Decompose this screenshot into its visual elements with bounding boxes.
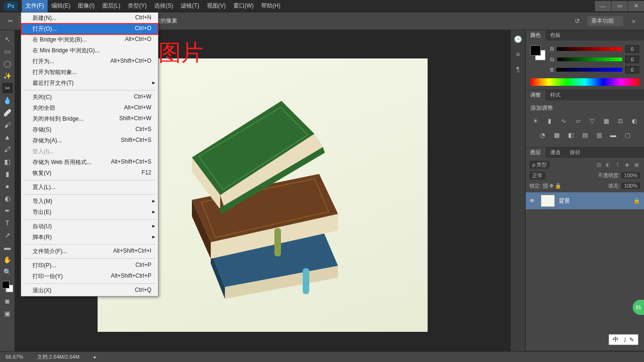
green-badge[interactable]: 65	[633, 300, 644, 315]
ime-bar[interactable]: 中 ☽ ✎	[609, 334, 638, 345]
gradient-tool-icon[interactable]: ▮	[2, 169, 13, 179]
history-panel-icon[interactable]: 🕓	[513, 34, 523, 44]
history-brush-tool-icon[interactable]: 🖍	[2, 144, 13, 155]
file-menu-item[interactable]: 在 Bridge 中浏览(B)...Alt+Ctrl+O	[21, 34, 158, 45]
vibrance-icon[interactable]: ▽	[587, 116, 597, 125]
file-menu-item[interactable]: 打开(O)...Ctrl+O	[21, 24, 158, 34]
menu-7[interactable]: 视图(V)	[203, 0, 230, 12]
shape-tool-icon[interactable]: ▬	[2, 242, 13, 253]
file-menu-item[interactable]: 导出(E)▸	[21, 207, 158, 218]
layer-filter-dropdown[interactable]: ρ 类型	[529, 161, 550, 169]
r-slider[interactable]	[557, 47, 622, 51]
screenmode-icon[interactable]: ▣	[2, 308, 13, 319]
menu-6[interactable]: 滤镜(T)	[177, 0, 203, 12]
brush-tool-icon[interactable]: 🖌	[2, 120, 13, 130]
menu-2[interactable]: 图像(I)	[74, 0, 98, 12]
file-menu-item[interactable]: 最近打开文件(T)▸	[21, 78, 158, 89]
curves-icon[interactable]: ∿	[559, 116, 569, 125]
layers-tab[interactable]: 图层	[526, 148, 545, 158]
menu-9[interactable]: 帮助(H)	[257, 0, 284, 12]
photofilter-icon[interactable]: ◔	[538, 130, 547, 140]
maximize-button[interactable]: ▭	[611, 1, 627, 11]
spectrum-bar[interactable]	[530, 78, 639, 86]
threshold-icon[interactable]: ▥	[594, 130, 604, 140]
mixer-icon[interactable]: ▩	[552, 130, 561, 140]
styles-tab[interactable]: 样式	[545, 90, 565, 100]
file-menu-item[interactable]: 打开为智能对象...	[21, 67, 158, 78]
eyedropper-tool-icon[interactable]: 💧	[2, 95, 13, 106]
menu-1[interactable]: 编辑(E)	[48, 0, 74, 12]
file-menu-item[interactable]: 导入(M)▸	[21, 196, 158, 207]
filter-adjust-icon[interactable]: ◐	[604, 161, 612, 169]
file-menu-item[interactable]: 关闭全部Alt+Ctrl+W	[21, 103, 158, 114]
dodge-tool-icon[interactable]: ◐	[2, 193, 13, 204]
close-button[interactable]: ✕	[628, 1, 644, 11]
move-tool-icon[interactable]: ↖	[2, 34, 13, 44]
path-select-tool-icon[interactable]: ↗	[2, 230, 13, 240]
character-panel-icon[interactable]: ¶	[513, 64, 523, 74]
lasso-tool-icon[interactable]: ◯	[2, 58, 13, 69]
file-menu-item[interactable]: 文件简介(F)...Alt+Shift+Ctrl+I	[21, 246, 158, 257]
file-menu-item[interactable]: 打印一份(Y)Alt+Shift+Ctrl+P	[21, 271, 158, 282]
filter-type-icon[interactable]: T	[614, 161, 621, 169]
zoom-tool-icon[interactable]: 🔍	[2, 267, 13, 277]
levels-icon[interactable]: ▮	[545, 116, 554, 125]
menu-8[interactable]: 窗口(W)	[230, 0, 257, 12]
lock-pixel-icon[interactable]: ▦	[543, 183, 548, 189]
status-arrow-icon[interactable]: ▸	[94, 354, 97, 360]
file-menu-item[interactable]: 脚本(R)▸	[21, 232, 158, 243]
channels-tab[interactable]: 通道	[545, 148, 565, 158]
swatches-tab[interactable]: 色板	[545, 30, 565, 41]
minimize-button[interactable]: —	[595, 1, 611, 11]
menu-3[interactable]: 图层(L)	[99, 0, 124, 12]
opacity-value[interactable]: 100%	[621, 172, 640, 179]
g-value[interactable]: 0	[625, 56, 639, 63]
fill-value[interactable]: 100%	[621, 182, 640, 189]
menu-0[interactable]: 文件(F)	[22, 0, 48, 12]
healing-tool-icon[interactable]: 🩹	[2, 107, 13, 118]
layer-row[interactable]: 👁 背景 🔒	[526, 192, 644, 209]
pen-tool-icon[interactable]: ✒	[2, 206, 13, 216]
file-menu-item[interactable]: 恢复(V)F12	[21, 168, 158, 179]
invert-icon[interactable]: ◧	[566, 130, 576, 140]
balance-icon[interactable]: ⚖	[616, 116, 625, 125]
crop-tool-icon[interactable]: ✂	[6, 16, 15, 26]
b-value[interactable]: 0	[625, 66, 639, 74]
eraser-tool-icon[interactable]: ◧	[2, 156, 13, 167]
r-value[interactable]: 0	[625, 45, 639, 53]
hue-icon[interactable]: ▦	[602, 116, 611, 125]
type-tool-icon[interactable]: T	[2, 218, 13, 228]
posterize-icon[interactable]: ▤	[580, 130, 590, 140]
wand-tool-icon[interactable]: ✨	[2, 71, 13, 81]
color-swatch[interactable]	[530, 45, 545, 60]
bw-icon[interactable]: ◐	[630, 116, 639, 125]
hand-tool-icon[interactable]: ✋	[2, 255, 13, 265]
paths-tab[interactable]: 路径	[565, 148, 585, 158]
file-menu-item[interactable]: 退出(X)Ctrl+Q	[21, 285, 158, 296]
file-menu-item[interactable]: 打印(P)...Ctrl+P	[21, 260, 158, 271]
file-menu-item[interactable]: 自动(U)▸	[21, 221, 158, 232]
filter-pixel-icon[interactable]: ▧	[595, 161, 603, 169]
zoom-level[interactable]: 66.67%	[6, 354, 23, 360]
file-menu-item[interactable]: 置入(L)...	[21, 182, 158, 193]
file-menu-item[interactable]: 存储为 Web 所用格式...Alt+Shift+Ctrl+S	[21, 157, 158, 168]
doc-size[interactable]: 文档:2.64M/2.64M	[37, 354, 79, 361]
crop-tool-icon[interactable]: ✂	[2, 83, 13, 93]
adjustments-tab[interactable]: 调整	[526, 90, 545, 100]
color-picker-icon[interactable]	[2, 281, 13, 292]
brightness-icon[interactable]: ☀	[531, 116, 540, 125]
gradient-map-icon[interactable]: ▬	[609, 130, 618, 140]
properties-panel-icon[interactable]: ≡	[513, 49, 523, 59]
b-slider[interactable]	[556, 68, 622, 72]
visibility-icon[interactable]: 👁	[529, 197, 537, 204]
quickmask-icon[interactable]: ◙	[2, 296, 13, 306]
file-menu-item[interactable]: 打开为...Alt+Shift+Ctrl+O	[21, 56, 158, 67]
file-menu-item[interactable]: 存储(S)Ctrl+S	[21, 124, 158, 135]
selective-icon[interactable]: ▢	[623, 130, 632, 140]
panel-collapse-icon[interactable]: »	[629, 16, 638, 26]
blend-mode-dropdown[interactable]: 正常	[529, 172, 545, 180]
lock-all-icon[interactable]: 🔒	[555, 183, 561, 189]
menu-4[interactable]: 类型(Y)	[124, 0, 150, 12]
menu-5[interactable]: 选择(S)	[150, 0, 177, 12]
file-menu-item[interactable]: 在 Mini Bridge 中浏览(G)...	[21, 45, 158, 56]
